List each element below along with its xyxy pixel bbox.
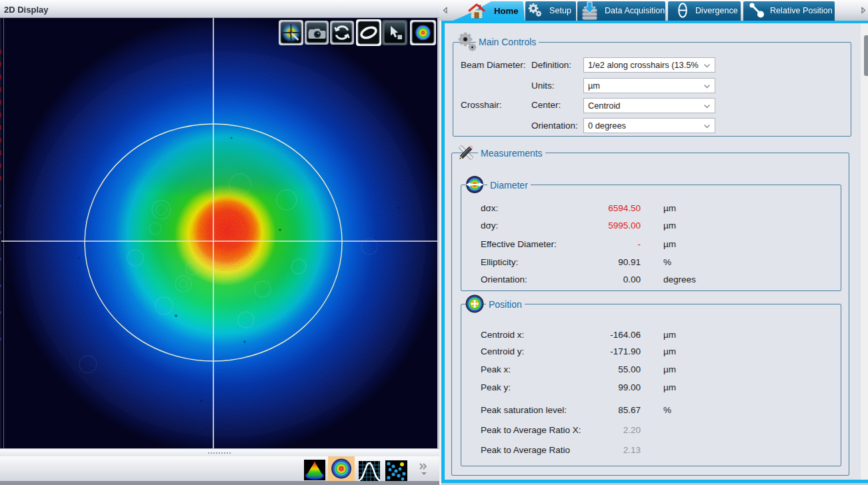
svg-text:Divergence: Divergence <box>695 6 738 15</box>
svg-text:Relative Position: Relative Position <box>770 6 833 15</box>
svg-text:Home: Home <box>494 6 519 16</box>
svg-text:Data Acquisition: Data Acquisition <box>605 6 665 15</box>
svg-text:Setup: Setup <box>549 6 571 15</box>
